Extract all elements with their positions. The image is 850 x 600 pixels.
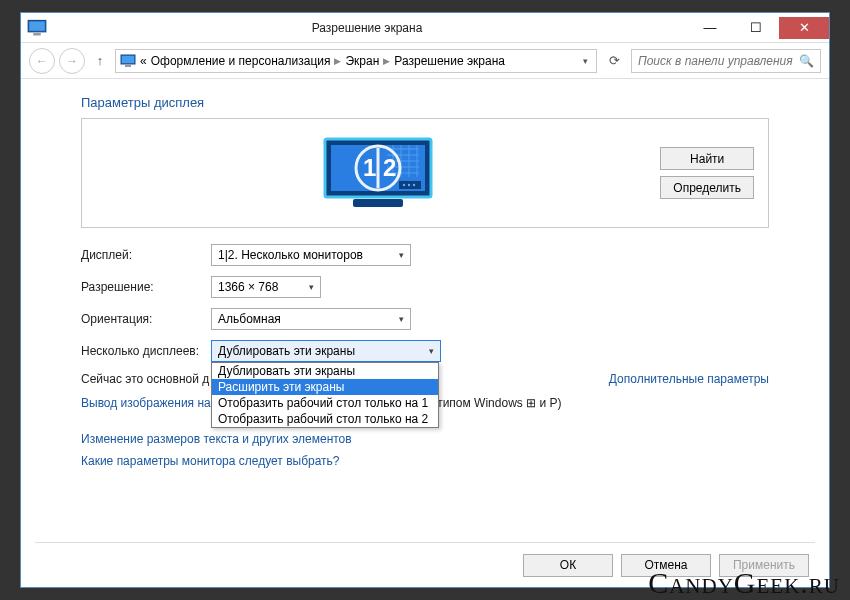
titlebar: Разрешение экрана — ☐ ✕ [21, 13, 829, 43]
svg-point-19 [408, 184, 410, 186]
watermark: CandyGeek.ru [648, 566, 840, 600]
identify-button[interactable]: Определить [660, 176, 754, 199]
orientation-combo[interactable]: Альбомная ▾ [211, 308, 411, 330]
chevron-down-icon: ▾ [303, 282, 314, 292]
forward-button[interactable]: → [59, 48, 85, 74]
display-label: Дисплей: [81, 248, 211, 262]
display-preview-box: 1 2 Найти Определить [81, 118, 769, 228]
svg-rect-4 [122, 56, 134, 63]
breadcrumb-item[interactable]: Разрешение экрана [394, 54, 505, 68]
dropdown-option[interactable]: Расширить эти экраны [212, 379, 438, 395]
title-monitor-icon [27, 18, 47, 38]
which-monitor-link[interactable]: Какие параметры монитора следует выбрать… [81, 454, 769, 468]
advanced-settings-link[interactable]: Дополнительные параметры [609, 372, 769, 386]
resolution-label: Разрешение: [81, 280, 211, 294]
svg-rect-25 [353, 199, 403, 207]
chevron-down-icon: ▾ [423, 346, 434, 356]
search-icon[interactable]: 🔍 [799, 54, 814, 68]
projector-hint: отипом Windows ⊞ и P) [431, 396, 562, 410]
dropdown-option[interactable]: Дублировать эти экраны [212, 363, 438, 379]
svg-rect-2 [33, 33, 41, 36]
address-monitor-icon [120, 53, 136, 69]
resolution-value: 1366 × 768 [218, 280, 278, 294]
breadcrumb-sep: ▶ [383, 56, 390, 66]
svg-rect-1 [30, 21, 45, 30]
multi-displays-combo[interactable]: Дублировать эти экраны ▾ Дублировать эти… [211, 340, 441, 362]
section-title: Параметры дисплея [81, 95, 769, 110]
chevron-down-icon: ▾ [393, 250, 404, 260]
orientation-label: Ориентация: [81, 312, 211, 326]
navbar: ← → ↑ « Оформление и персонализация ▶ Эк… [21, 43, 829, 79]
multi-displays-value: Дублировать эти экраны [218, 344, 355, 358]
resolution-combo[interactable]: 1366 × 768 ▾ [211, 276, 321, 298]
minimize-button[interactable]: — [687, 17, 733, 39]
window-title: Разрешение экрана [47, 21, 687, 35]
multi-displays-label: Несколько дисплеев: [81, 344, 211, 358]
chevron-down-icon: ▾ [393, 314, 404, 324]
search-input[interactable] [638, 54, 799, 68]
address-drop-icon[interactable]: ▾ [579, 56, 592, 66]
breadcrumb-sep: ▶ [334, 56, 341, 66]
refresh-button[interactable]: ⟳ [601, 49, 627, 73]
find-button[interactable]: Найти [660, 147, 754, 170]
svg-point-18 [403, 184, 405, 186]
dropdown-option[interactable]: Отобразить рабочий стол только на 1 [212, 395, 438, 411]
maximize-button[interactable]: ☐ [733, 17, 779, 39]
text-size-link[interactable]: Изменение размеров текста и других элеме… [81, 432, 769, 446]
address-bar[interactable]: « Оформление и персонализация ▶ Экран ▶ … [115, 49, 597, 73]
orientation-value: Альбомная [218, 312, 281, 326]
breadcrumb-item[interactable]: Оформление и персонализация [151, 54, 331, 68]
dropdown-option[interactable]: Отобразить рабочий стол только на 2 [212, 411, 438, 427]
search-box[interactable]: 🔍 [631, 49, 821, 73]
back-button[interactable]: ← [29, 48, 55, 74]
close-button[interactable]: ✕ [779, 17, 829, 39]
multi-displays-dropdown: Дублировать эти экраны Расширить эти экр… [211, 362, 439, 428]
breadcrumb-item[interactable]: Экран [345, 54, 379, 68]
display-combo[interactable]: 1|2. Несколько мониторов ▾ [211, 244, 411, 266]
svg-text:2: 2 [383, 154, 396, 181]
display-value: 1|2. Несколько мониторов [218, 248, 363, 262]
up-button[interactable]: ↑ [89, 50, 111, 72]
window: Разрешение экрана — ☐ ✕ ← → ↑ « Оформлен… [20, 12, 830, 588]
svg-rect-5 [125, 65, 131, 67]
breadcrumb-prefix: « [140, 54, 147, 68]
display-illustration[interactable]: 1 2 [96, 133, 660, 213]
content-area: Параметры дисплея 1 2 [21, 79, 829, 542]
svg-point-20 [413, 184, 415, 186]
windows-key-icon: ⊞ [526, 396, 536, 410]
svg-text:1: 1 [363, 154, 376, 181]
primary-display-text: Сейчас это основной д [81, 372, 209, 386]
ok-button[interactable]: ОК [523, 554, 613, 577]
projector-link[interactable]: Вывод изображения на [81, 396, 211, 410]
